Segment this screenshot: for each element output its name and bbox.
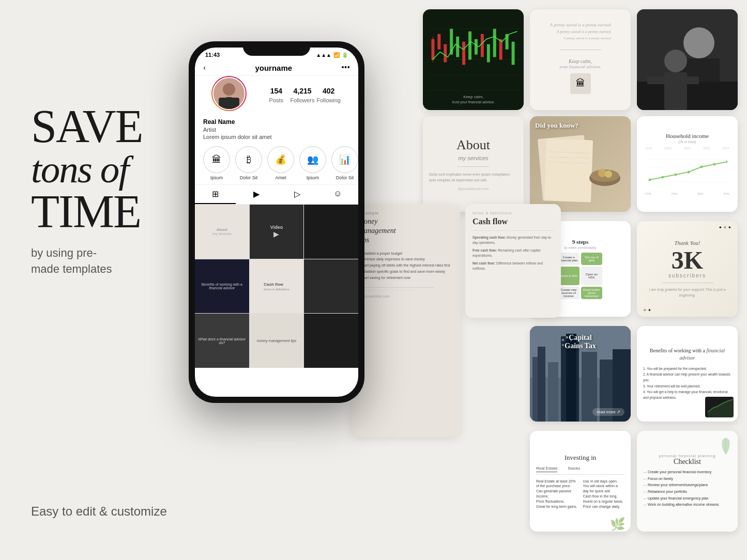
business-photo-card[interactable] (637, 9, 738, 110)
did-you-know-card[interactable]: Did you know? (530, 116, 631, 212)
investing-stocks-col: Use in old days open. You will stock wit… (583, 479, 625, 509)
instagram-header: ‹ yourname ••• (195, 60, 358, 76)
cash-flow-card[interactable]: terms & definitions Cash flow Operating … (465, 204, 561, 318)
checklist-list: Create your personal financial inventory… (643, 469, 731, 508)
mini-chart (705, 397, 734, 417)
checklist-item-6: Work on building alternative income stre… (643, 502, 731, 508)
grid-item-4[interactable]: Benefits of working with a financial adv… (195, 259, 249, 314)
highlights-row: 🏛 Ipsum ₿ Dolor Sit 💰 Amet 👥 Ipsum 📊 (195, 144, 358, 184)
thank-you-card[interactable]: Thank You! 3K subscribers I am truly gra… (637, 221, 738, 317)
signal-icon: ▲▲▲ (316, 52, 331, 58)
svg-rect-17 (480, 34, 483, 57)
grid-item-5[interactable]: Cash flow terms & definitions (250, 259, 304, 314)
cards-row-1: Keep calm, trust your financial advisor.… (423, 9, 738, 110)
stock-chart-card[interactable]: Keep calm, trust your financial advisor. (423, 9, 524, 110)
tab-tagged[interactable]: ☺ (317, 185, 358, 204)
household-income-card[interactable]: Household income (% of total) 2019202020… (637, 116, 738, 212)
cash-flow-title: Cash flow (472, 217, 554, 226)
back-icon[interactable]: ‹ (203, 63, 206, 72)
svg-rect-34 (544, 138, 593, 202)
highlight-2[interactable]: ₿ Dolor Sit (235, 146, 262, 180)
grid-item-3[interactable] (304, 205, 358, 259)
svg-rect-56 (538, 347, 545, 422)
svg-point-31 (664, 50, 687, 72)
household-income-sub: (% of total) (643, 140, 731, 144)
money-tips-pre: 10 simple (359, 211, 453, 215)
posts-count: 154 (263, 87, 289, 95)
plant-icon: 🌿 (610, 517, 626, 532)
checklist-item-1: Create your personal financial inventory (643, 469, 731, 476)
phone-mockup: 11:43 ▲▲▲ 📶 🔋 ‹ yourname ••• (181, 41, 372, 429)
phone-time: 11:43 (205, 52, 220, 58)
svg-rect-15 (468, 32, 471, 60)
hero-line2: tons of (31, 150, 196, 189)
grid-item-8[interactable]: money management tips (250, 314, 304, 368)
svg-text:trust your financial advisor.: trust your financial advisor. (452, 100, 494, 104)
svg-rect-22 (511, 42, 514, 65)
tab-play[interactable]: ▷ (277, 185, 317, 204)
tab-stocks[interactable]: Stocks (568, 466, 580, 472)
grid-item-9[interactable] (304, 314, 358, 368)
thank-you-content: Thank You! 3K subscribers I am truly gra… (643, 240, 731, 298)
followers-label: Followers (290, 97, 314, 103)
tab-reels[interactable]: ▶ (236, 185, 277, 204)
highlight-4[interactable]: 👥 Ipsum (299, 146, 326, 180)
highlight-label-2: Dolor Sit (240, 175, 258, 180)
svg-rect-13 (456, 37, 459, 57)
checklist-item-5: Update your financial emergency plan (643, 495, 731, 502)
highlight-1[interactable]: 🏛 Ipsum (203, 146, 230, 180)
more-icon[interactable]: ••• (341, 63, 350, 72)
svg-rect-16 (474, 39, 477, 55)
about-card[interactable]: About my services Dicta sunt explicabo n… (423, 116, 524, 212)
highlight-circle-1: 🏛 (203, 146, 230, 173)
highlight-5[interactable]: 📊 Dolor Sit (331, 146, 358, 180)
hero-subtitle-line2: made templates (31, 262, 112, 275)
money-tips-content: 10 simple moneymanagementtips • Establis… (359, 211, 453, 298)
income-labels: 20192020202120222023 (643, 147, 731, 150)
grid-item-7[interactable]: What does a financial advisor do? (195, 314, 249, 368)
cards-row-5: Investing in Real Estate Stocks Real Est… (530, 431, 738, 532)
thank-you-number: 3K (643, 248, 731, 273)
step-9: Read books about retirement (581, 287, 602, 299)
svg-rect-11 (444, 44, 447, 63)
benefits-card[interactable]: Benefits of working with a financial adv… (637, 326, 738, 422)
hero-subtitle-line1: by using pre- (31, 246, 97, 259)
investing-card[interactable]: Investing in Real Estate Stocks Real Est… (530, 431, 631, 532)
svg-rect-20 (499, 39, 502, 60)
hero-line1: SAVE (31, 103, 196, 150)
investing-tabs: Real Estate Stocks (536, 466, 624, 475)
confetti-bottom-icon: ✧ ✦ (643, 308, 651, 313)
checklist-title: Checklist (643, 458, 731, 466)
checklist-card[interactable]: personal financial planning Checklist Cr… (637, 431, 738, 532)
step-8: Create new sources of income (558, 287, 579, 299)
mini-chart-svg (705, 397, 734, 417)
penny-icon: 🏛 (570, 73, 591, 94)
penny-line-3: A penny saved is a penny earned (550, 36, 611, 41)
household-income-title: Household income (643, 133, 731, 139)
read-more-btn[interactable]: read more ↗ (592, 406, 624, 415)
tab-grid[interactable]: ⊞ (195, 185, 236, 204)
stock-chart-svg: Keep calm, trust your financial advisor. (427, 13, 520, 106)
grid-item-1[interactable]: About my services (195, 205, 249, 259)
posts-grid: About my services Video ▶ Benefits of wo… (195, 205, 358, 368)
income-values: 10%20%30%40% (643, 192, 731, 195)
city-card[interactable]: Capital Gains Tax read more ↗ (530, 326, 631, 422)
svg-point-0 (223, 83, 235, 96)
step-5: Invest in IRA (558, 267, 579, 285)
keep-calm-text: Keep calm, your financial advisor. (559, 58, 601, 69)
highlight-circle-5: 📊 (331, 146, 358, 173)
avatar (211, 76, 247, 111)
keep-calm-line1: Keep calm, (559, 58, 601, 64)
svg-point-46 (649, 179, 651, 181)
grid-item-2[interactable]: Video ▶ (250, 205, 304, 259)
city-title: Capital Gains Tax (536, 334, 624, 350)
phone-screen: 11:43 ▲▲▲ 📶 🔋 ‹ yourname ••• (195, 48, 358, 397)
tab-real-estate[interactable]: Real Estate (536, 466, 557, 472)
investing-title: Investing in (536, 454, 624, 462)
svg-rect-32 (664, 72, 687, 110)
penny-saved-card[interactable]: A penny saved is a penny earned A penny … (530, 9, 631, 110)
grid-item-6[interactable] (304, 259, 358, 314)
highlight-3[interactable]: 💰 Amet (267, 146, 294, 180)
checklist-content: personal financial planning Checklist Cr… (643, 454, 731, 508)
cards-row-3: 9 steps to retire comfortably Find a goo… (530, 221, 738, 317)
